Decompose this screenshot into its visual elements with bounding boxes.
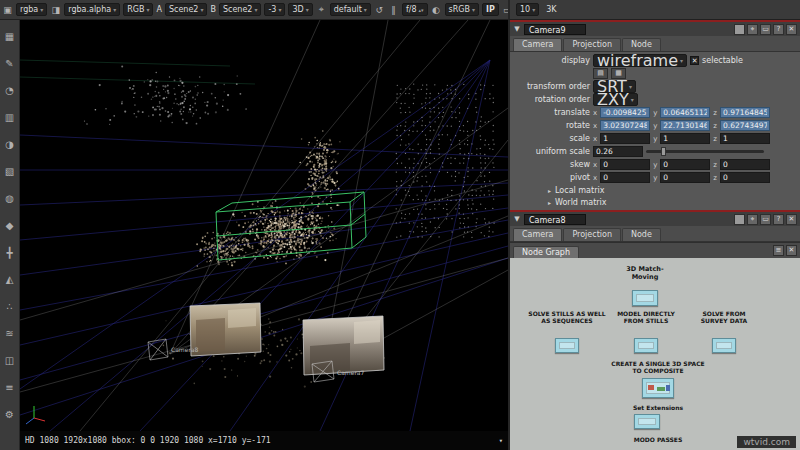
camera-label-1: Camera8 (171, 346, 199, 353)
layers-icon[interactable]: ▣ (2, 5, 13, 15)
colorspace-select[interactable]: sRGB▾ (445, 3, 479, 16)
help-icon[interactable]: ? (773, 24, 784, 35)
scale-z-field[interactable] (720, 133, 770, 144)
metadata-menu-icon[interactable]: ≡ (0, 374, 20, 401)
tab-projection[interactable]: Projection (563, 228, 621, 241)
scale-y-field[interactable] (660, 133, 710, 144)
node-3d-space[interactable] (642, 378, 674, 398)
refresh-icon[interactable]: ↺ (374, 5, 385, 15)
3d-viewport[interactable]: Camera8 Camera7 (20, 20, 508, 431)
particles-menu-icon[interactable]: ∴ (0, 293, 20, 320)
view-preset-select[interactable]: default▾ (330, 3, 371, 16)
expand-triangle-icon[interactable]: ▸ (548, 199, 551, 206)
tab-camera[interactable]: Camera (513, 228, 562, 241)
tab-camera[interactable]: Camera (513, 38, 562, 51)
node-solve-survey[interactable] (712, 338, 736, 353)
backdrop-label: CREATE A SINGLE 3D SPACE TO COMPOSITE (606, 360, 710, 374)
node-match-moving[interactable] (632, 290, 658, 306)
rotate-x-field[interactable] (600, 120, 650, 131)
uniform-scale-field[interactable] (593, 146, 643, 157)
alpha-icon[interactable]: ◨ (50, 5, 61, 15)
threed-menu-icon[interactable]: ◭ (0, 266, 20, 293)
pivot-y-field[interactable] (660, 172, 710, 183)
channel-menu-icon[interactable]: ▥ (0, 104, 20, 131)
node-graph-header: Node Graph ≡ ✕ (510, 242, 800, 258)
node-solve-stills[interactable] (555, 338, 579, 353)
color-menu-icon[interactable]: ◑ (0, 131, 20, 158)
draw-menu-icon[interactable]: ✎ (0, 50, 20, 77)
filter-menu-icon[interactable]: ▧ (0, 158, 20, 185)
uniform-scale-slider[interactable] (646, 150, 764, 153)
transform-menu-icon[interactable]: ╋ (0, 239, 20, 266)
tab-node[interactable]: Node (622, 228, 661, 241)
views-menu-icon[interactable]: ◫ (0, 347, 20, 374)
close-panel-icon[interactable]: ✕ (786, 214, 797, 225)
scale-x-field[interactable] (600, 133, 650, 144)
skew-y-field[interactable] (660, 159, 710, 170)
center-node-icon[interactable]: ⌖ (747, 214, 758, 225)
tab-node-graph[interactable]: Node Graph (513, 246, 579, 258)
expand-triangle-icon[interactable]: ▸ (548, 187, 551, 194)
merge-menu-icon[interactable]: ◆ (0, 212, 20, 239)
display-select[interactable]: wireframe▾ (593, 54, 687, 67)
camera-lock-icon[interactable]: ⌖ (316, 4, 327, 15)
tab-node[interactable]: Node (622, 38, 661, 51)
node-model-from-stills[interactable] (634, 338, 658, 353)
node-color-swatch[interactable] (734, 214, 745, 225)
input-process-button[interactable]: IP (482, 3, 499, 16)
slider-handle[interactable] (661, 147, 666, 156)
pivot-z-field[interactable] (720, 172, 770, 183)
display-mode-select[interactable]: RGB▾ (123, 3, 153, 16)
skew-label: skew (514, 160, 590, 169)
rotate-z-field[interactable] (720, 120, 770, 131)
panel-menu-icon[interactable]: ≡ (773, 245, 784, 256)
backdrop-label: Set Extensions (615, 404, 701, 411)
other-menu-icon[interactable]: ⚙ (0, 401, 20, 428)
selectable-checkbox[interactable]: ✕ (690, 56, 699, 65)
rotation-order-select[interactable]: ZXY▾ (593, 93, 638, 106)
float-panel-icon[interactable]: ▭ (760, 214, 771, 225)
viewport-canvas[interactable]: Camera8 Camera7 (20, 20, 508, 431)
collapse-triangle-icon[interactable]: ▼ (513, 215, 521, 223)
image-plane-1[interactable] (190, 303, 261, 356)
pause-icon[interactable]: ‖ (388, 5, 399, 15)
camera9-name-field[interactable]: Camera9 (524, 24, 586, 35)
gain-spinner[interactable]: ▴▾ (418, 8, 423, 12)
camera8-name-field[interactable]: Camera8 (524, 214, 586, 225)
exposure-icon[interactable]: ◐ (431, 5, 442, 15)
view-mode-select[interactable]: 3D▾ (288, 3, 312, 16)
translate-x-field[interactable] (600, 107, 650, 118)
skew-x-field[interactable] (600, 159, 650, 170)
world-matrix-row[interactable]: ▸ World matrix (514, 196, 796, 208)
a-input-select[interactable]: Scene2▾ (165, 3, 208, 16)
collapse-triangle-icon[interactable]: ▼ (513, 25, 521, 33)
pivot-x-field[interactable] (600, 172, 650, 183)
close-panel-icon[interactable]: ✕ (786, 24, 797, 35)
rotate-y-field[interactable] (660, 120, 710, 131)
float-panel-icon[interactable]: ▭ (760, 24, 771, 35)
node-color-swatch[interactable] (734, 24, 745, 35)
help-icon[interactable]: ? (773, 214, 784, 225)
frame-field[interactable]: 10▾ (516, 3, 539, 16)
channels-select[interactable]: rgba▾ (16, 3, 47, 16)
gain-field[interactable]: f/8▴▾ (402, 3, 428, 16)
status-menu-caret[interactable]: ▾ (499, 437, 503, 445)
layer-select[interactable]: rgba.alpha▾ (64, 3, 120, 16)
tab-projection[interactable]: Projection (563, 38, 621, 51)
camera-label-2: Camera7 (337, 369, 365, 376)
local-matrix-row[interactable]: ▸ Local matrix (514, 184, 796, 196)
b-input-select[interactable]: Scene2▾ (219, 3, 262, 16)
deep-menu-icon[interactable]: ≋ (0, 320, 20, 347)
node-graph-canvas[interactable]: 3D Match-Moving SOLVE STILLS AS WELL AS … (510, 258, 800, 450)
time-menu-icon[interactable]: ◔ (0, 77, 20, 104)
node-set-extensions[interactable] (634, 414, 660, 429)
close-panel-icon[interactable]: ✕ (786, 245, 797, 256)
translate-z-field[interactable] (720, 107, 770, 118)
translate-y-field[interactable] (660, 107, 710, 118)
center-node-icon[interactable]: ⌖ (747, 24, 758, 35)
keyer-menu-icon[interactable]: ◍ (0, 185, 20, 212)
blend-select[interactable]: -3▾ (264, 3, 285, 16)
uniform-scale-label: uniform scale (514, 147, 590, 156)
skew-z-field[interactable] (720, 159, 770, 170)
image-menu-icon[interactable]: ▦ (0, 23, 20, 50)
